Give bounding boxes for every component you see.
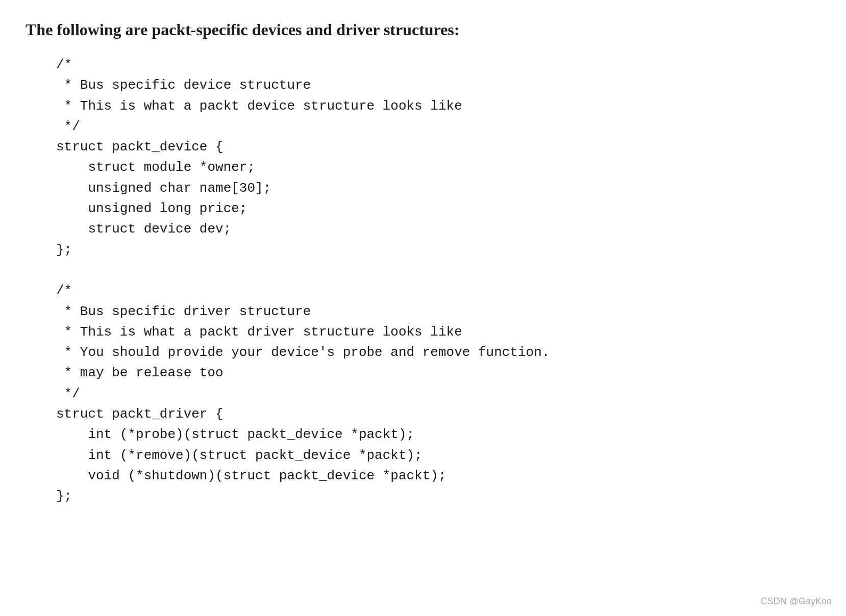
code-block: /* * Bus specific device structure * Thi… — [26, 55, 820, 507]
page-heading: The following are packt-specific devices… — [26, 20, 820, 39]
watermark: CSDN @GayKoo — [761, 596, 832, 607]
